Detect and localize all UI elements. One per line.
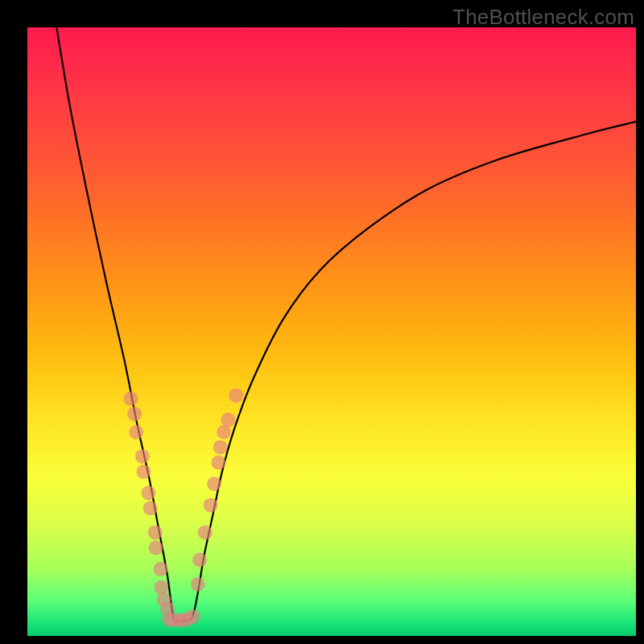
chart-frame: TheBottleneck.com [0,0,644,644]
scatter-dot [124,391,138,406]
chart-svg [27,27,636,636]
scatter-dot [154,580,168,595]
scatter-dot [198,525,213,539]
scatter-dot [141,485,155,500]
scatter-dot [143,501,158,515]
plot-area [27,27,636,636]
scatter-dot [192,553,207,568]
scatter-dot [191,577,205,592]
scatter-dot [186,609,200,624]
scatter-dot [148,525,163,539]
scatter-dot [129,425,143,440]
scatter-dots-group [124,388,244,627]
scatter-dot [211,456,225,470]
scatter-dot [213,440,228,455]
scatter-dot [154,562,168,576]
scatter-dot [127,407,142,421]
scatter-dot [149,540,163,555]
bottleneck-curve [56,27,636,622]
scatter-dot [135,449,150,464]
scatter-dot [229,388,243,402]
scatter-dot [136,464,151,479]
scatter-dot [204,497,218,512]
scatter-dot [221,413,235,427]
watermark-text: TheBottleneck.com [452,5,634,30]
scatter-dot [207,477,221,491]
